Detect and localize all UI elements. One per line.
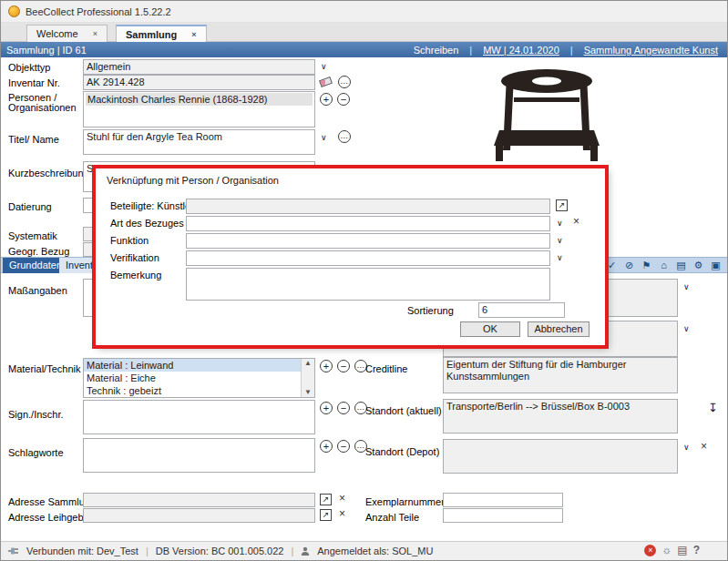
beecollect-window: BeeCollect Professional 1.5.22.2 Welcome… bbox=[0, 0, 728, 561]
inventar-ellipsis-icon[interactable]: … bbox=[338, 76, 351, 88]
standort-download-icon[interactable]: ↧ bbox=[708, 401, 718, 414]
adresse-sammlung-external-link-icon[interactable]: ↗ bbox=[320, 494, 332, 505]
tab-sammlung[interactable]: Sammlung × bbox=[116, 25, 207, 42]
inventar-field[interactable]: AK 2914.428 bbox=[83, 75, 315, 90]
bemerkung-field[interactable] bbox=[186, 268, 550, 301]
funktion-chevron-down-icon[interactable]: ∨ bbox=[557, 236, 563, 245]
scroll-up-icon[interactable]: ▲ bbox=[302, 359, 314, 368]
collection-link[interactable]: Sammlung Angewandte Kunst bbox=[584, 45, 718, 56]
toolbar-flag-icon[interactable]: ⚑ bbox=[640, 259, 653, 272]
adresse-leihgeber-field[interactable] bbox=[83, 508, 315, 523]
tab-welcome[interactable]: Welcome × bbox=[26, 25, 108, 42]
funktion-field[interactable] bbox=[186, 233, 550, 249]
verifikation-label: Verifikation bbox=[110, 252, 159, 263]
user-date-link[interactable]: MW | 24.01.2020 bbox=[483, 45, 559, 56]
material-scrollbar[interactable]: ▲ ▼ bbox=[301, 359, 314, 397]
sign-add-icon[interactable]: + bbox=[320, 402, 333, 414]
exemplarnummer-field[interactable] bbox=[443, 493, 563, 507]
adresse-leihgeber-clear-icon[interactable]: × bbox=[339, 507, 345, 520]
adresse-leihgeber-external-link-icon[interactable]: ↗ bbox=[320, 509, 332, 521]
material-list-item[interactable]: Material : Leinwand bbox=[84, 359, 301, 372]
massangaben-label: Maßangaben bbox=[8, 285, 67, 296]
titel-chevron-down-icon[interactable]: ∨ bbox=[321, 133, 327, 142]
tab-welcome-close-icon[interactable]: × bbox=[93, 29, 97, 38]
art-des-bezuges-chevron-down-icon[interactable]: ∨ bbox=[557, 219, 563, 228]
schlagworte-remove-icon[interactable]: − bbox=[337, 440, 350, 453]
sortierung-field[interactable]: 6 bbox=[478, 302, 565, 318]
objekttyp-field[interactable]: Allgemein bbox=[83, 59, 315, 75]
art-des-bezuges-clear-icon[interactable]: × bbox=[573, 215, 579, 228]
error-icon[interactable]: × bbox=[644, 545, 656, 556]
sign-label: Sign./Inschr. bbox=[8, 409, 64, 420]
material-add-icon[interactable]: + bbox=[320, 360, 333, 372]
db-version-text: DB Version: BC 001.005.022 bbox=[156, 546, 284, 556]
systematik-label: Systematik bbox=[8, 230, 57, 241]
toolbar-block-icon[interactable]: ⊘ bbox=[622, 259, 636, 272]
funktion-label: Funktion bbox=[110, 235, 149, 246]
record-header: Sammlung | ID 61 Schreiben | MW | 24.01.… bbox=[1, 42, 727, 57]
verifikation-chevron-down-icon[interactable]: ∨ bbox=[557, 253, 563, 262]
adresse-sammlung-clear-icon[interactable]: × bbox=[339, 492, 345, 505]
personen-remove-icon[interactable]: − bbox=[337, 93, 350, 106]
book-icon[interactable]: ▤ bbox=[677, 545, 687, 556]
help-icon[interactable]: ? bbox=[693, 545, 700, 556]
standort-depot-clear-icon[interactable]: × bbox=[701, 440, 707, 453]
titel-label: Titel/ Name bbox=[8, 134, 59, 145]
app-bee-icon bbox=[8, 5, 20, 17]
toolbar-home-icon[interactable]: ⌂ bbox=[657, 259, 671, 272]
header-separator: | bbox=[570, 45, 573, 56]
art-des-bezuges-field[interactable] bbox=[186, 216, 550, 231]
personen-entry[interactable]: Mackintosh Charles Rennie (1868-1928) bbox=[86, 93, 313, 106]
beteiligte-external-link-icon[interactable]: ↗ bbox=[556, 199, 568, 211]
sign-field[interactable] bbox=[83, 400, 315, 434]
creditline-field[interactable]: Eigentum der Stiftung für die Hamburger … bbox=[443, 357, 678, 393]
abbrechen-button[interactable]: Abbrechen bbox=[528, 321, 590, 337]
scroll-down-icon[interactable]: ▼ bbox=[302, 388, 314, 397]
kurzbeschreibung-label: Kurzbeschreibung bbox=[8, 168, 89, 178]
beteiligte-field[interactable] bbox=[186, 199, 550, 214]
art-des-bezuges-label: Art des Bezuges bbox=[110, 218, 184, 229]
schlagworte-label: Schlagworte bbox=[8, 447, 64, 458]
objekttyp-chevron-down-icon[interactable]: ∨ bbox=[321, 62, 327, 71]
anzahl-teile-field[interactable] bbox=[443, 508, 563, 523]
schlagworte-field[interactable] bbox=[83, 438, 315, 473]
material-list-item[interactable]: Technik : gebeizt bbox=[84, 384, 301, 397]
standort-aktuell-field[interactable]: Transporte/Berlin --> Brüssel/Box B-0003 bbox=[443, 399, 678, 434]
schlagworte-add-icon[interactable]: + bbox=[320, 440, 333, 453]
ok-button[interactable]: OK bbox=[460, 321, 520, 337]
material-list-item[interactable]: Material : Eiche bbox=[84, 372, 301, 384]
schreiben-link[interactable]: Schreiben bbox=[414, 45, 459, 56]
inventar-eraser-icon[interactable] bbox=[319, 76, 333, 87]
tab-sammlung-close-icon[interactable]: × bbox=[191, 30, 196, 39]
toolbar-check-icon[interactable]: ✓ bbox=[605, 259, 619, 272]
personen-add-icon[interactable]: + bbox=[320, 93, 333, 106]
personen-field[interactable]: Mackintosh Charles Rennie (1868-1928) bbox=[83, 91, 315, 128]
titel-ellipsis-icon[interactable]: … bbox=[338, 130, 351, 143]
sign-remove-icon[interactable]: − bbox=[337, 402, 350, 414]
bemerkung-label: Bemerkung bbox=[110, 270, 161, 280]
connection-icon bbox=[8, 546, 19, 556]
title-bar: BeeCollect Professional 1.5.22.2 bbox=[1, 1, 727, 23]
document-tab-bar: Welcome × Sammlung × bbox=[1, 23, 727, 42]
material-listbox[interactable]: Material : Leinwand Material : Eiche Tec… bbox=[83, 358, 315, 398]
exemplarnummer-label: Exemplarnummer bbox=[365, 496, 445, 507]
lamp-icon[interactable]: ☼ bbox=[661, 545, 672, 556]
sortierung-label: Sortierung bbox=[407, 305, 454, 316]
personen-label-line2: Organisationen bbox=[8, 102, 77, 113]
user-icon bbox=[301, 546, 310, 556]
person-link-dialog: Verknüpfung mit Person / Organisation Be… bbox=[95, 168, 606, 346]
status-bar: Verbunden mit: Dev_Test | DB Version: BC… bbox=[1, 541, 727, 560]
standort-depot-field[interactable] bbox=[443, 439, 678, 474]
anzahl-teile-label: Anzahl Teile bbox=[365, 512, 419, 523]
datierung-label: Datierung bbox=[8, 201, 52, 212]
toolbar-gear-icon[interactable]: ⚙ bbox=[692, 259, 705, 272]
covered-field-2-chevron-down-icon[interactable]: ∨ bbox=[683, 324, 690, 333]
covered-field-1-chevron-down-icon[interactable]: ∨ bbox=[683, 282, 690, 291]
toolbar-list-icon[interactable]: ▤ bbox=[674, 259, 688, 272]
titel-field[interactable]: Stuhl für den Argyle Tea Room bbox=[83, 129, 315, 155]
material-remove-icon[interactable]: − bbox=[337, 360, 350, 372]
adresse-sammlung-field[interactable] bbox=[83, 493, 315, 507]
toolbar-window-icon[interactable]: ▣ bbox=[709, 259, 723, 272]
verifikation-field[interactable] bbox=[186, 250, 550, 266]
standort-depot-chevron-down-icon[interactable]: ∨ bbox=[683, 443, 690, 452]
